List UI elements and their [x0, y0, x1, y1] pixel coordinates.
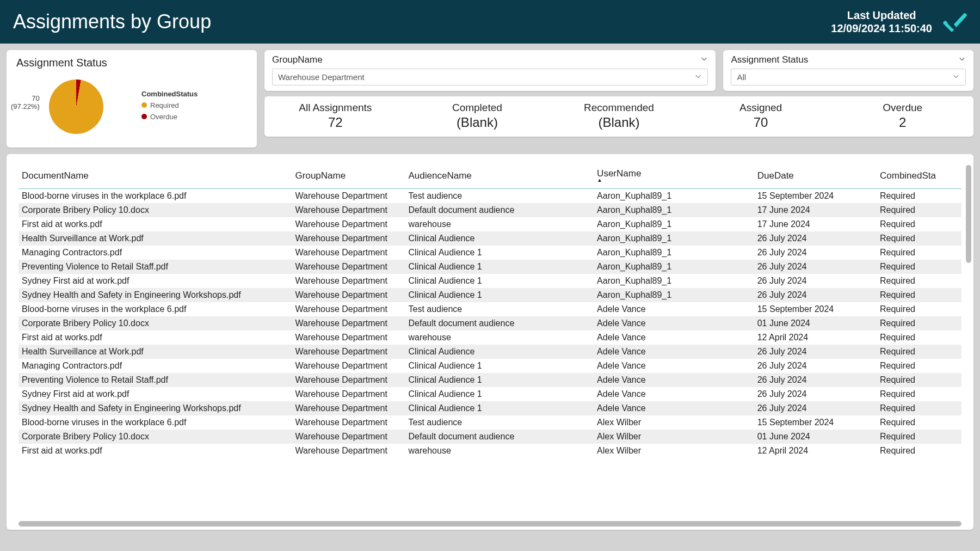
vertical-scrollbar[interactable]	[966, 165, 971, 263]
table-cell: 26 July 2024	[754, 401, 877, 415]
table-cell: Clinical Audience 1	[405, 274, 594, 288]
chevron-down-icon[interactable]	[958, 54, 966, 65]
table-cell: Test audience	[405, 302, 594, 316]
table-cell: Warehouse Department	[292, 189, 405, 204]
right-column: GroupName Warehouse Department Assignmen…	[264, 50, 973, 148]
last-updated-label: Last Updated	[831, 9, 932, 22]
table-cell: Required	[877, 274, 961, 288]
table-cell: warehouse	[405, 217, 594, 231]
table-cell: Blood-borne viruses in the workplace 6.p…	[19, 302, 292, 316]
column-header[interactable]: DueDate	[754, 164, 877, 189]
legend-dot-icon	[141, 102, 147, 108]
table-cell: First aid at works.pdf	[19, 217, 292, 231]
metric-label: All Assignments	[267, 102, 404, 114]
filter-status-label-text: Assignment Status	[731, 54, 808, 65]
column-header[interactable]: UserName▲	[594, 164, 754, 189]
pie-chart-wrap: 70 (97.22%)	[16, 71, 136, 142]
table-row[interactable]: Sydney First aid at work.pdfWarehouse De…	[19, 387, 961, 401]
table-row[interactable]: Blood-borne viruses in the workplace 6.p…	[19, 302, 961, 316]
table-cell: First aid at works.pdf	[19, 330, 292, 345]
table-cell: Required	[877, 401, 961, 415]
table-row[interactable]: Corporate Bribery Policy 10.docxWarehous…	[19, 316, 961, 330]
table-cell: Warehouse Department	[292, 330, 405, 345]
table-cell: Aaron_Kuphal89_1	[594, 260, 754, 274]
table-cell: Required	[877, 415, 961, 430]
column-header[interactable]: GroupName	[292, 164, 405, 189]
table-cell: Clinical Audience 1	[405, 246, 594, 260]
table-cell: Corporate Bribery Policy 10.docx	[19, 430, 292, 444]
page-title: Assignments by Group	[13, 10, 211, 33]
table-cell: warehouse	[405, 444, 594, 458]
column-header[interactable]: CombinedSta	[877, 164, 961, 189]
table-cell: 26 July 2024	[754, 288, 877, 302]
horizontal-scrollbar[interactable]	[19, 521, 961, 526]
table-cell: Required	[877, 430, 961, 444]
pie-chart[interactable]	[49, 79, 103, 134]
metric-tile[interactable]: Recommended(Blank)	[548, 96, 690, 137]
table-row[interactable]: Preventing Violence to Retail Staff.pdfW…	[19, 260, 961, 274]
column-header[interactable]: AudienceName	[405, 164, 594, 189]
table-row[interactable]: Preventing Violence to Retail Staff.pdfW…	[19, 373, 961, 387]
groupname-select-value: Warehouse Department	[278, 72, 365, 82]
table-row[interactable]: Health Surveillance at Work.pdfWarehouse…	[19, 345, 961, 359]
table-cell: Clinical Audience 1	[405, 401, 594, 415]
legend-item[interactable]: Required	[141, 101, 198, 109]
last-updated-value: 12/09/2024 11:50:40	[831, 22, 932, 35]
table-cell: 26 July 2024	[754, 373, 877, 387]
metric-value: 72	[267, 115, 404, 130]
table-cell: 15 September 2024	[754, 302, 877, 316]
metric-tile[interactable]: Completed(Blank)	[406, 96, 548, 137]
table-cell: 12 April 2024	[754, 330, 877, 345]
metric-value: 2	[834, 115, 971, 130]
filter-groupname: GroupName Warehouse Department	[264, 50, 716, 91]
assignments-table-card: DocumentNameGroupNameAudienceNameUserNam…	[7, 154, 973, 530]
groupname-select[interactable]: Warehouse Department	[272, 69, 708, 85]
table-cell: Preventing Violence to Retail Staff.pdf	[19, 260, 292, 274]
table-row[interactable]: Managing Contractors.pdfWarehouse Depart…	[19, 359, 961, 373]
column-header[interactable]: DocumentName	[19, 164, 292, 189]
filter-groupname-label: GroupName	[272, 54, 708, 65]
metric-tile[interactable]: All Assignments72	[264, 96, 406, 137]
table-cell: 01 June 2024	[754, 316, 877, 330]
table-row[interactable]: Blood-borne viruses in the workplace 6.p…	[19, 189, 961, 204]
table-row[interactable]: First aid at works.pdfWarehouse Departme…	[19, 330, 961, 345]
pie-callout-pct: (97.22%)	[11, 102, 40, 111]
metric-label: Overdue	[834, 102, 971, 114]
legend-item[interactable]: Overdue	[141, 113, 198, 121]
chevron-down-icon	[952, 72, 960, 82]
table-cell: Adele Vance	[594, 302, 754, 316]
assignments-table: DocumentNameGroupNameAudienceNameUserNam…	[19, 164, 961, 458]
status-select[interactable]: All	[731, 69, 966, 85]
metric-tile[interactable]: Assigned70	[690, 96, 832, 137]
metric-value: (Blank)	[409, 115, 546, 130]
metric-tile[interactable]: Overdue2	[831, 96, 973, 137]
table-cell: Default document audience	[405, 316, 594, 330]
table-cell: Clinical Audience 1	[405, 373, 594, 387]
table-cell: Preventing Violence to Retail Staff.pdf	[19, 373, 292, 387]
table-row[interactable]: First aid at works.pdfWarehouse Departme…	[19, 444, 961, 458]
table-row[interactable]: Corporate Bribery Policy 10.docxWarehous…	[19, 203, 961, 217]
table-row[interactable]: Sydney Health and Safety in Engineering …	[19, 288, 961, 302]
table-cell: Warehouse Department	[292, 345, 405, 359]
legend-dot-icon	[141, 114, 147, 119]
table-cell: Clinical Audience	[405, 345, 594, 359]
table-row[interactable]: Corporate Bribery Policy 10.docxWarehous…	[19, 430, 961, 444]
table-cell: Aaron_Kuphal89_1	[594, 288, 754, 302]
table-row[interactable]: Health Surveillance at Work.pdfWarehouse…	[19, 231, 961, 246]
table-cell: Sydney First aid at work.pdf	[19, 387, 292, 401]
table-cell: Required	[877, 189, 961, 204]
table-cell: Warehouse Department	[292, 288, 405, 302]
table-row[interactable]: Blood-borne viruses in the workplace 6.p…	[19, 415, 961, 430]
table-row[interactable]: Managing Contractors.pdfWarehouse Depart…	[19, 246, 961, 260]
table-cell: Adele Vance	[594, 345, 754, 359]
table-row[interactable]: First aid at works.pdfWarehouse Departme…	[19, 217, 961, 231]
table-row[interactable]: Sydney First aid at work.pdfWarehouse De…	[19, 274, 961, 288]
table-cell: Managing Contractors.pdf	[19, 359, 292, 373]
table-row[interactable]: Sydney Health and Safety in Engineering …	[19, 401, 961, 415]
table-cell: Warehouse Department	[292, 246, 405, 260]
table-cell: 26 July 2024	[754, 260, 877, 274]
table-cell: Required	[877, 217, 961, 231]
top-row: Assignment Status 70 (97.22%) CombinedSt…	[7, 50, 973, 148]
legend-title: CombinedStatus	[141, 90, 198, 98]
chevron-down-icon[interactable]	[700, 54, 708, 65]
